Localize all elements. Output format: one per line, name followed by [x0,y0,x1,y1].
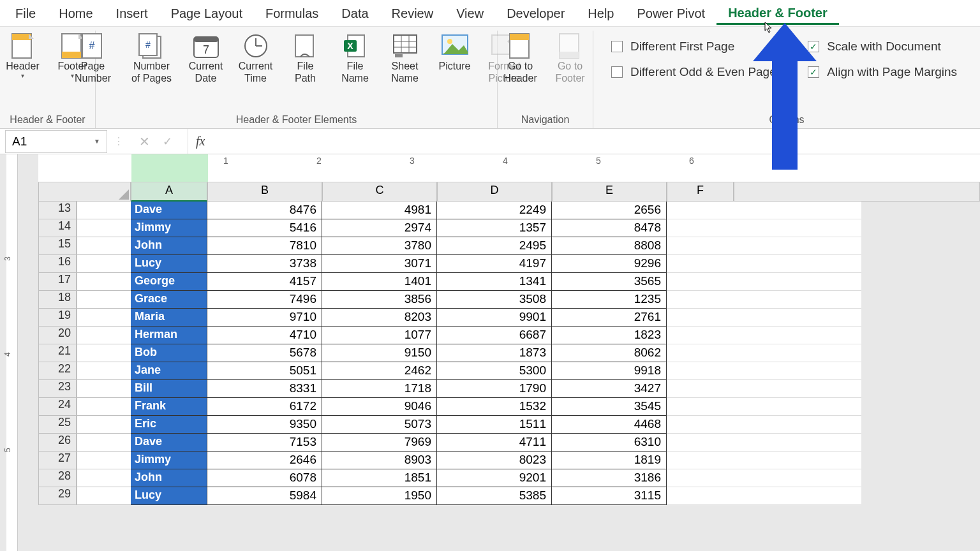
cell[interactable]: 9710 [207,309,322,327]
cell[interactable]: 3427 [552,380,667,398]
column-header-a[interactable]: A [131,182,207,202]
tab-home[interactable]: Home [47,3,104,24]
goto-header-button[interactable]: Go to Header [498,31,543,84]
cell[interactable]: 5984 [207,487,322,505]
cell[interactable]: 2761 [552,309,667,327]
cell[interactable]: 1718 [322,380,437,398]
cell[interactable]: 8476 [207,202,322,219]
row-header[interactable]: 18 [38,291,77,309]
cell[interactable]: 7153 [207,434,322,452]
cell[interactable]: Bob [131,344,207,362]
cell[interactable]: 4157 [207,273,322,291]
tab-view[interactable]: View [445,3,495,24]
row-header[interactable]: 29 [38,487,77,505]
tab-formulas[interactable]: Formulas [254,3,330,24]
cell[interactable]: 2249 [437,202,552,219]
cell[interactable]: 8808 [552,237,667,255]
sheet-name-button[interactable]: Sheet Name [383,31,427,84]
worksheet-area[interactable]: 3 4 5 1 2 3 4 5 6 7 ABCDEF 13Dave8476498… [0,154,980,551]
row-header[interactable]: 22 [38,362,77,380]
cell[interactable]: 1077 [322,327,437,344]
cell[interactable]: Jimmy [131,452,207,469]
cell[interactable]: Jimmy [131,219,207,237]
row-header[interactable]: 20 [38,327,77,344]
header-dropdown[interactable]: Header ▾ [1,31,45,79]
cell[interactable]: Dave [131,434,207,452]
formula-input[interactable] [212,129,980,154]
cell[interactable]: 1357 [437,219,552,237]
cell[interactable]: 9918 [552,362,667,380]
cell[interactable]: 2974 [322,219,437,237]
cell[interactable]: 2462 [322,362,437,380]
cell[interactable]: 4981 [322,202,437,219]
cell[interactable]: 2656 [552,202,667,219]
cell[interactable]: 3856 [322,291,437,309]
cell[interactable]: 5678 [207,344,322,362]
cell[interactable]: 6687 [437,327,552,344]
cell[interactable]: Frank [131,398,207,416]
cell[interactable]: 1511 [437,416,552,434]
cell[interactable]: 1851 [322,469,437,487]
cell[interactable]: 7496 [207,291,322,309]
cell[interactable]: 3071 [322,255,437,273]
align-with-margins-checkbox[interactable]: ✓ Align with Page Margins [808,65,957,79]
cell[interactable]: 8203 [322,309,437,327]
enter-icon[interactable]: ✓ [163,135,172,149]
cell[interactable]: George [131,273,207,291]
picture-button[interactable]: Picture [433,31,477,72]
row-header[interactable]: 13 [38,202,77,219]
cell[interactable]: 4711 [437,434,552,452]
cell[interactable]: 3545 [552,398,667,416]
file-path-button[interactable]: File Path [283,31,328,84]
cell[interactable]: 3738 [207,255,322,273]
cell[interactable]: 5051 [207,362,322,380]
cell[interactable]: 9046 [322,398,437,416]
cell[interactable]: 1341 [437,273,552,291]
fx-icon[interactable]: fx [188,134,212,149]
cell[interactable]: Herman [131,327,207,344]
row-header[interactable]: 17 [38,273,77,291]
cell[interactable]: 9296 [552,255,667,273]
cell[interactable]: 1532 [437,398,552,416]
cell[interactable]: 1950 [322,487,437,505]
scale-with-document-checkbox[interactable]: ✓ Scale with Document [808,40,957,54]
cell[interactable]: 9901 [437,309,552,327]
cell[interactable]: 7810 [207,237,322,255]
cell[interactable]: 2646 [207,452,322,469]
cell[interactable]: 9350 [207,416,322,434]
cell[interactable]: 8478 [552,219,667,237]
cell[interactable]: 8023 [437,452,552,469]
cell[interactable]: 3780 [322,237,437,255]
current-date-button[interactable]: 7 Current Date [184,31,228,84]
cell[interactable]: 1819 [552,452,667,469]
column-header-e[interactable]: E [552,182,667,202]
cell[interactable]: 7969 [322,434,437,452]
cell[interactable]: 5300 [437,362,552,380]
column-header-c[interactable]: C [322,182,437,202]
row-header[interactable]: 26 [38,434,77,452]
tab-power-pivot[interactable]: Power Pivot [625,3,716,24]
cell[interactable]: 5385 [437,487,552,505]
cancel-icon[interactable]: ✕ [139,134,150,149]
row-header[interactable]: 16 [38,255,77,273]
cell[interactable]: Lucy [131,255,207,273]
current-time-button[interactable]: Current Time [234,31,278,84]
cell[interactable]: 6310 [552,434,667,452]
cell[interactable]: Bill [131,380,207,398]
cell[interactable]: 1790 [437,380,552,398]
row-header[interactable]: 15 [38,237,77,255]
cell[interactable]: 5416 [207,219,322,237]
cell[interactable]: 1401 [322,273,437,291]
cell[interactable]: 1823 [552,327,667,344]
row-header[interactable]: 28 [38,469,77,487]
row-header[interactable]: 14 [38,219,77,237]
row-header[interactable]: 27 [38,452,77,469]
row-header[interactable]: 21 [38,344,77,362]
cell[interactable]: 1235 [552,291,667,309]
file-name-button[interactable]: X File Name [333,31,378,84]
cell[interactable]: 5073 [322,416,437,434]
row-header[interactable]: 24 [38,398,77,416]
page-number-button[interactable]: # Page Number [66,31,120,84]
cell[interactable]: 6078 [207,469,322,487]
column-header-b[interactable]: B [207,182,322,202]
